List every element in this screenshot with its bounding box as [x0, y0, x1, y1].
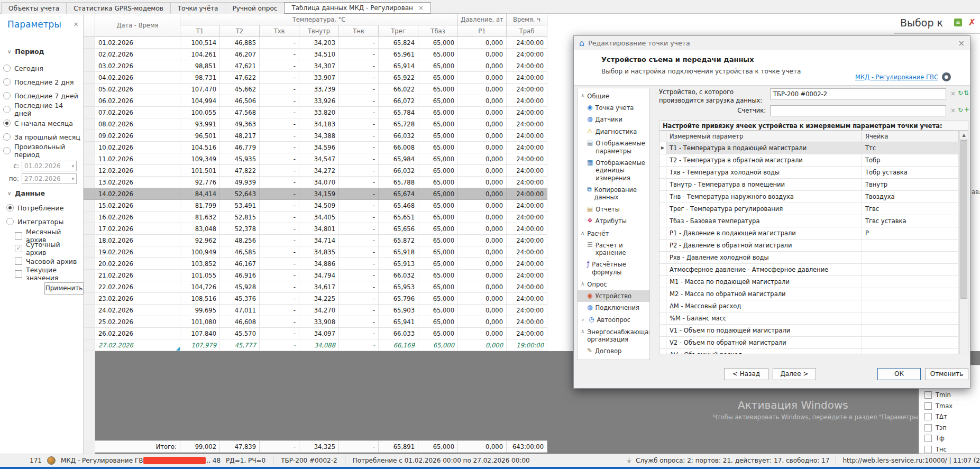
tree-item[interactable]: ❖Атрибуты [578, 215, 649, 227]
cell-binding[interactable] [862, 312, 959, 325]
period-option[interactable]: Сегодня [3, 61, 82, 75]
table-column-header[interactable]: Ячейка [862, 131, 959, 142]
cell-binding[interactable]: Ттс [862, 142, 959, 154]
checkbox-icon[interactable] [924, 391, 932, 399]
tree-item[interactable]: ▤Отчеты [578, 204, 649, 215]
parameter-checkbox[interactable]: ТΔт [919, 411, 980, 422]
checkbox-icon[interactable] [924, 402, 932, 410]
cell-binding[interactable] [862, 337, 959, 349]
tab-item[interactable]: Точки учёта [170, 2, 225, 14]
cell-binding[interactable]: Тгвс [862, 203, 959, 215]
cell-binding[interactable]: Твоздуха [862, 191, 959, 203]
tree-item[interactable]: ⚠Диагностика [578, 126, 649, 137]
chevron-down-icon[interactable]: ▾ [71, 176, 74, 181]
data-option[interactable]: Интеграторы [6, 215, 82, 228]
checkbox-icon[interactable] [15, 258, 22, 265]
checkbox-icon[interactable] [924, 413, 932, 420]
period-option[interactable]: С начала месяца [3, 116, 82, 130]
period-group-header[interactable]: ∨ Период [7, 48, 44, 56]
ok-button[interactable]: ОК [877, 368, 921, 380]
export-icon[interactable]: ≡ [954, 19, 962, 26]
checkbox-icon[interactable] [924, 424, 932, 431]
data-option[interactable]: Потребление [6, 201, 82, 215]
column-header[interactable]: Тнв [339, 25, 379, 37]
table-scrollbar[interactable]: ▲ [959, 131, 968, 354]
cell-binding[interactable] [862, 325, 959, 337]
scroll-up-icon[interactable]: ▲ [960, 131, 968, 140]
parameter-checkbox[interactable]: Тф [919, 433, 980, 444]
cell-binding[interactable]: Тгвс уставка [862, 215, 959, 227]
cell-binding[interactable]: Твнутр [862, 179, 959, 191]
metering-point-link[interactable]: МКД - Регулирование ГВС [855, 73, 938, 81]
refresh-icon[interactable]: ↻ [958, 89, 963, 97]
tree-group-Общие[interactable]: ∧Общие [578, 90, 649, 102]
period-option[interactable]: За прошлый месяц [3, 130, 82, 144]
cell-binding[interactable]: Р [862, 227, 959, 240]
parameter-checkbox[interactable]: Tmin [919, 390, 980, 401]
chevron-down-icon[interactable]: ▾ [71, 163, 74, 169]
table-column-header[interactable]: Измеряемый параметр [666, 131, 862, 142]
tree-item[interactable]: ◍Датчики [578, 114, 649, 125]
column-header[interactable]: Трег [379, 25, 418, 37]
cell-binding[interactable] [862, 300, 959, 312]
cell-binding[interactable] [862, 264, 959, 276]
dialog-titlebar[interactable]: ⌂ Редактирование точки учета × [574, 36, 970, 50]
checkbox-icon[interactable]: ✓ [15, 245, 22, 252]
tab-item[interactable]: Ручной опрос [225, 2, 284, 14]
archive-option[interactable]: Текущие значения [3, 268, 82, 280]
column-header[interactable]: Траб [507, 25, 547, 37]
cancel-button[interactable]: Отменить [925, 368, 968, 380]
tree-group-Расчёт[interactable]: ∧Расчёт [578, 227, 649, 240]
column-header-date[interactable]: Дата - Время [95, 14, 180, 37]
checkbox-icon[interactable] [924, 446, 932, 453]
swap-icon[interactable]: ⇅ [964, 89, 969, 97]
parameter-checkbox[interactable]: Тнс [919, 444, 980, 455]
dialog-close-icon[interactable]: × [958, 39, 965, 48]
cell-binding[interactable]: Тобр [862, 154, 959, 167]
counter-input[interactable] [770, 105, 946, 116]
cell-binding[interactable] [862, 288, 959, 300]
period-option[interactable]: Последние 14 дней [3, 103, 82, 116]
expand-icon[interactable]: › [582, 316, 586, 324]
tree-item[interactable]: ›◷Автоопрос [578, 314, 649, 326]
tab-item[interactable]: Таблица данных МКД - Регулирован× [284, 2, 431, 14]
tree-item[interactable]: ◉Устройство [578, 290, 649, 302]
tab-item[interactable]: Статистика GPRS-модемов [66, 2, 170, 14]
column-header[interactable]: Р1 [458, 25, 507, 37]
data-group-header[interactable]: ∨ Данные [7, 189, 45, 197]
close-icon[interactable]: ✗ [968, 17, 976, 27]
tree-item[interactable]: ▤Отображаемые параметры [578, 137, 649, 157]
column-header[interactable]: Тбаз [418, 25, 458, 37]
add-icon[interactable]: + [964, 106, 969, 113]
tree-item[interactable]: ◉Точка учета [578, 102, 649, 114]
period-option[interactable]: Последние 7 дней [3, 89, 82, 103]
cell-binding[interactable]: Тобр уставка [862, 167, 959, 179]
column-header[interactable]: Твнутр [299, 25, 339, 37]
tree-item[interactable]: ▦Отображаемые единицы измерения [578, 157, 649, 184]
tab-item[interactable]: Объекты учета [1, 2, 66, 14]
date-to-input[interactable]: 27.02.2026 ▾ [22, 173, 77, 184]
scrollbar-thumb[interactable] [960, 140, 967, 299]
tree-group-Энергоснабжающая организация[interactable]: ∧Энергоснабжающая организация [578, 326, 649, 345]
apply-button[interactable]: Применить [44, 282, 84, 295]
back-button[interactable]: < Назад [724, 368, 768, 380]
refresh-icon[interactable]: ↻ [958, 106, 963, 114]
date-from-input[interactable]: 01.02.2026 ▾ [22, 161, 77, 171]
tree-group-Опрос[interactable]: ∧Опрос [578, 278, 649, 290]
column-header[interactable]: Тхв [260, 25, 299, 37]
period-option[interactable]: Произвольный период [3, 144, 82, 158]
checkbox-icon[interactable] [15, 270, 22, 278]
parameter-checkbox[interactable]: Tmax [919, 401, 980, 412]
device-input[interactable]: ТБР-200 #0002-2 [770, 88, 946, 99]
next-button[interactable]: Далее > [773, 368, 816, 380]
clear-icon[interactable]: × [950, 90, 956, 97]
column-header[interactable]: Т2 [220, 25, 260, 37]
cell-binding[interactable] [862, 252, 959, 264]
checkbox-icon[interactable] [15, 232, 22, 240]
tree-item[interactable]: ✎Договор [578, 345, 649, 357]
tree-item[interactable]: ☰Расчет и хранение [578, 240, 649, 259]
period-option[interactable]: Последние 2 дня [3, 75, 82, 89]
checkbox-icon[interactable] [924, 435, 932, 442]
tree-item[interactable]: ⧉Копирование данных [578, 184, 649, 204]
cell-binding[interactable] [862, 349, 959, 354]
